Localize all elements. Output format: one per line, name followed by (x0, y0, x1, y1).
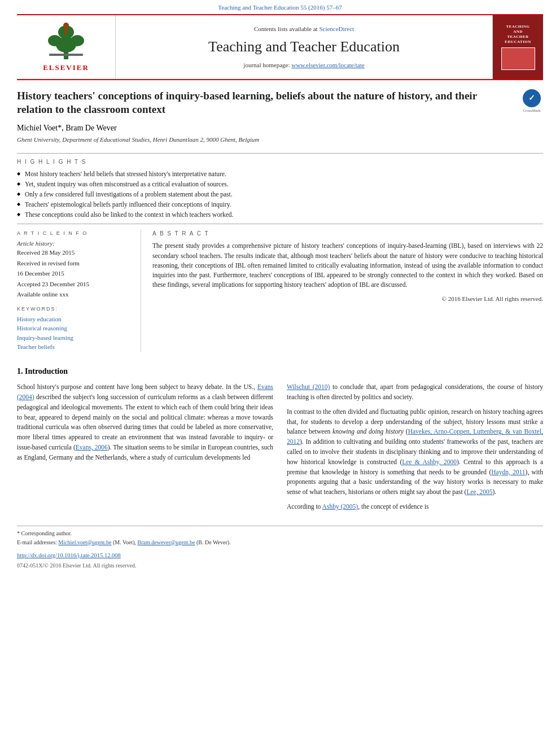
journal-main-title: Teaching and Teacher Education (208, 37, 400, 57)
intro-left-col: School history's purpose and content hav… (17, 382, 273, 517)
keywords-label: Keywords: (17, 305, 132, 313)
svg-rect-7 (49, 54, 83, 56)
keyword-4: Teacher beliefs (17, 343, 132, 351)
received-date: Received 28 May 2015 (17, 248, 132, 257)
introduction-section: 1. Introduction School history's purpose… (17, 366, 543, 517)
ref-lee-ashby[interactable]: Lee & Ashby, 2000 (402, 458, 457, 465)
info-abstract-cols: A R T I C L E I N F O Article history: R… (17, 230, 543, 352)
highlight-5: These conceptions could also be linked t… (17, 210, 543, 219)
contents-line: Contents lists available at ScienceDirec… (254, 25, 354, 33)
divider-mid (17, 224, 543, 224)
email-line: E-mail addresses: Michiel.voet@ugent.be … (17, 539, 543, 547)
highlight-2: Yet, student inquiry was often misconstr… (17, 180, 543, 189)
article-info-label: A R T I C L E I N F O (17, 230, 132, 237)
page: Teaching and Teacher Education 55 (2016)… (0, 0, 560, 747)
intro-para-4: According to Ashby (2005), the concept o… (287, 502, 543, 512)
article-info-col: A R T I C L E I N F O Article history: R… (17, 230, 141, 352)
ref-wilschut[interactable]: Wilschut (2010) (287, 383, 330, 390)
crossmark: ✓ CrossMark (520, 89, 543, 114)
email-2-link[interactable]: Bram.dewever@ugent.be (138, 539, 195, 545)
ref-evans-2006[interactable]: Evans, 2006 (76, 444, 108, 451)
journal-homepage-link[interactable]: www.elsevier.com/locate/tate (291, 62, 364, 68)
highlight-1: Most history teachers' held beliefs that… (17, 169, 543, 178)
keyword-3: Inquiry-based learning (17, 334, 132, 342)
elsevier-logo: ELSEVIER (17, 15, 116, 78)
cover-image (501, 47, 535, 70)
svg-point-5 (63, 23, 69, 28)
email-1-link[interactable]: Michiel.voet@ugent.be (58, 539, 111, 545)
issn-text: 0742-051X/© 2016 Elsevier Ltd. All right… (17, 562, 136, 569)
intro-para-2: Wilschut (2010) to conclude that, apart … (287, 382, 543, 403)
keyword-2: Historical reasoning (17, 324, 132, 333)
journal-header-middle: Contents lists available at ScienceDirec… (116, 15, 492, 78)
journal-top-bar: Teaching and Teacher Education 55 (2016)… (0, 0, 560, 14)
svg-point-2 (48, 35, 62, 46)
keyword-1: History education (17, 315, 132, 324)
intro-para-1: School history's purpose and content hav… (17, 382, 273, 463)
keywords-section: Keywords: History education Historical r… (17, 305, 132, 351)
svg-point-3 (71, 35, 84, 46)
article-title: History teachers' conceptions of inquiry… (17, 89, 515, 117)
abstract-section: A B S T R A C T The present study provid… (152, 230, 543, 352)
doi-link[interactable]: http://dx.doi.org/10.1016/j.tate.2015.12… (17, 552, 121, 558)
accepted-date: Accepted 23 December 2015 (17, 280, 132, 289)
svg-rect-6 (64, 28, 68, 34)
elsevier-tree-icon (43, 21, 89, 60)
journal-homepage-line: journal homepage: www.elsevier.com/locat… (243, 61, 364, 69)
ref-lee-2005[interactable]: Lee, 2005 (466, 488, 492, 495)
highlight-4: Teachers' epistemological beliefs partly… (17, 200, 543, 209)
ref-haydn[interactable]: Haydn, 2011 (491, 469, 525, 475)
elsevier-brand: ELSEVIER (43, 63, 89, 73)
authors: Michiel Voet*, Bram De Wever (17, 123, 543, 134)
history-label: Article history: (17, 239, 132, 248)
journal-header: ELSEVIER Contents lists available at Sci… (17, 14, 543, 80)
abstract-text: The present study provides a comprehensi… (152, 241, 543, 290)
footnote-section: * Corresponding author. E-mail addresses… (17, 526, 543, 547)
cover-title: TEACHINGANDTEACHEREDUCATION (505, 24, 531, 45)
ref-evans-2004[interactable]: Evans (2004) (17, 383, 273, 400)
doi-section: http://dx.doi.org/10.1016/j.tate.2015.12… (17, 550, 543, 570)
article-body: History teachers' conceptions of inquiry… (0, 80, 560, 582)
ref-ashby[interactable]: Ashby (2005) (322, 503, 358, 510)
revised-date: 16 December 2015 (17, 269, 132, 278)
crossmark-label: CrossMark (523, 108, 540, 114)
journal-top-ref: Teaching and Teacher Education 55 (2016)… (218, 4, 342, 11)
corresponding-note: * Corresponding author. (17, 530, 543, 538)
copyright-line: © 2016 Elsevier Ltd. All rights reserved… (152, 295, 543, 303)
highlights-label: H I G H L I G H T S (17, 158, 543, 166)
ref-havekes[interactable]: Havekes, Arno-Coppen, Luttenberg, & van … (287, 428, 543, 445)
highlights-section: H I G H L I G H T S Most history teacher… (17, 158, 543, 219)
intro-title: 1. Introduction (17, 366, 543, 377)
journal-cover: TEACHINGANDTEACHEREDUCATION (492, 15, 543, 78)
crossmark-icon: ✓ (523, 89, 541, 107)
intro-right-col: Wilschut (2010) to conclude that, apart … (287, 382, 543, 517)
abstract-label: A B S T R A C T (152, 230, 543, 238)
sciencedirect-link[interactable]: ScienceDirect (319, 25, 354, 32)
article-title-section: History teachers' conceptions of inquiry… (17, 89, 543, 117)
intro-para-3: In contrast to the often divided and flu… (287, 407, 543, 497)
affiliation: Ghent University, Department of Educatio… (17, 136, 543, 144)
highlight-3: Only a few considered full investigation… (17, 190, 543, 199)
revised-label: Received in revised form (17, 259, 132, 268)
divider-top (17, 153, 543, 154)
intro-body-cols: School history's purpose and content hav… (17, 382, 543, 517)
available-online: Available online xxx (17, 290, 132, 299)
